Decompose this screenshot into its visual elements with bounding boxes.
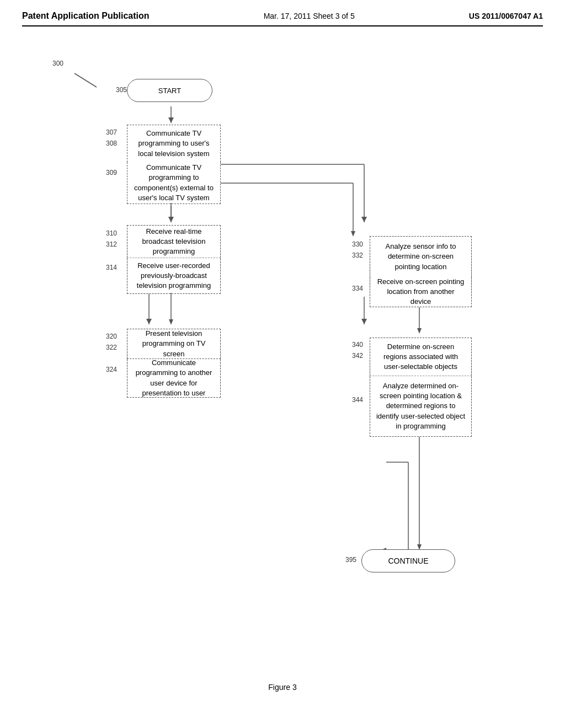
box-330-332-text: Analyze sensor info to determine on-scre… (376, 242, 466, 272)
svg-marker-24 (417, 328, 422, 334)
box-334-text: Receive on-screen pointing location from… (376, 277, 466, 307)
label-310: 310 (106, 229, 117, 237)
box-320-322-text: Present television programming on TV scr… (133, 329, 215, 359)
box-314: Receive user-recorded previously-broadca… (127, 258, 221, 294)
label-305: 305 (116, 86, 127, 94)
label-330: 330 (352, 240, 363, 248)
figure-caption: Figure 3 (22, 683, 543, 692)
svg-marker-9 (146, 319, 152, 324)
box-344-text: Analyze determined on-screen pointing lo… (376, 381, 466, 431)
box-334: Receive on-screen pointing location from… (370, 277, 472, 307)
start-label: START (158, 87, 181, 95)
patent-header: Patent Application Publication Mar. 17, … (22, 11, 543, 26)
header-title: Patent Application Publication (22, 11, 150, 21)
label-342: 342 (352, 352, 363, 360)
label-340: 340 (352, 341, 363, 349)
box-310-312-text: Receive real-time broadcast television p… (133, 227, 215, 257)
svg-marker-19 (169, 319, 173, 325)
label-334: 334 (352, 285, 363, 292)
continue-node: CONTINUE (361, 549, 455, 572)
continue-label: CONTINUE (388, 556, 428, 565)
svg-line-0 (74, 73, 97, 87)
box-330-332: Analyze sensor info to determine on-scre… (370, 236, 472, 277)
box-309: Communicate TV programming to component(… (127, 162, 221, 204)
box-340-342: Determine on-screen regions associated w… (370, 338, 472, 376)
label-322: 322 (106, 344, 117, 351)
box-344: Analyze determined on-screen pointing lo… (370, 376, 472, 437)
box-309-text: Communicate TV programming to component(… (133, 163, 215, 203)
box-324-text: Communicate programming to another user … (133, 358, 215, 398)
box-340-342-text: Determine on-screen regions associated w… (376, 342, 466, 372)
svg-marker-22 (351, 231, 355, 237)
box-314-text: Receive user-recorded previously-broadca… (133, 261, 215, 291)
svg-marker-11 (361, 319, 367, 324)
box-307-308-text: Communicate TV programming to user's loc… (133, 129, 215, 159)
patent-page: Patent Application Publication Mar. 17, … (0, 0, 565, 728)
label-395: 395 (345, 556, 356, 564)
box-320-322: Present television programming on TV scr… (127, 329, 221, 359)
label-332: 332 (352, 251, 363, 259)
label-300: 300 (52, 60, 63, 67)
diagram-area: 300 305 START 307 308 Communicate TV pro… (22, 43, 543, 672)
header-patent-number: US 2011/0067047 A1 (469, 12, 543, 20)
label-307: 307 (106, 129, 117, 136)
svg-marker-2 (168, 117, 174, 123)
header-date-sheet: Mar. 17, 2011 Sheet 3 of 5 (264, 12, 355, 20)
label-344: 344 (352, 396, 363, 404)
label-308: 308 (106, 140, 117, 147)
box-310-312: Receive real-time broadcast television p… (127, 225, 221, 258)
label-314: 314 (106, 264, 117, 271)
box-324: Communicate programming to another user … (127, 359, 221, 398)
label-324: 324 (106, 366, 117, 373)
label-320: 320 (106, 333, 117, 340)
label-312: 312 (106, 240, 117, 248)
box-307-308: Communicate TV programming to user's loc… (127, 125, 221, 162)
svg-marker-17 (169, 217, 173, 222)
start-node: START (127, 79, 212, 102)
label-309: 309 (106, 169, 117, 176)
